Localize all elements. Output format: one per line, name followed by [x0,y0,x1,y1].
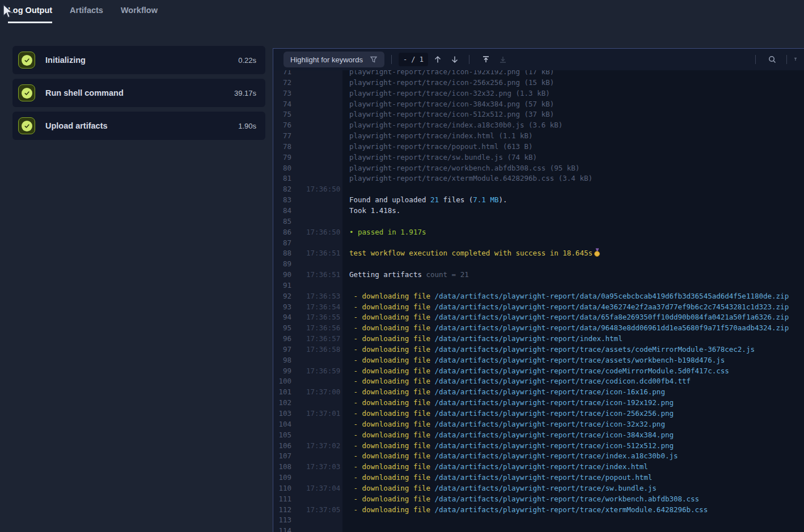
log-text-segment: count = 21 [426,270,468,279]
log-line-number[interactable]: 90 [273,270,295,280]
step-duration: 39.17s [234,89,256,97]
log-line-number[interactable]: 83 [273,195,295,206]
log-timestamp: 17:36:55 [295,312,342,323]
tab-log-output[interactable]: Log Output [8,0,52,23]
log-line-number[interactable]: 82 [273,184,295,195]
log-text-segment: - downloading file [349,495,430,503]
log-timestamp: 17:37:05 [295,505,342,516]
log-line-number[interactable]: 74 [273,99,295,110]
log-text-segment: - downloading file [349,431,430,439]
log-line-number[interactable]: 106 [273,441,295,452]
scroll-to-bottom-button[interactable] [496,52,510,67]
log-line-number[interactable]: 95 [273,323,295,334]
log-text-segment: /data/artifacts/playwright-report/trace/… [430,431,674,439]
log-text-segment: /data/artifacts/playwright-report/data/9… [430,324,789,332]
log-line-number[interactable]: 76 [273,120,295,131]
log-message: - downloading file /data/artifacts/playw… [342,355,804,366]
log-line-number[interactable]: 87 [273,238,295,249]
log-line-number[interactable]: 71 [273,70,295,78]
log-line-number[interactable]: 110 [273,483,295,494]
log-line-number[interactable]: 77 [273,131,295,142]
step-card-run-shell-command[interactable]: Run shell command39.17s [12,79,265,107]
log-timestamp: 17:36:54 [295,302,342,313]
log-message: - downloading file /data/artifacts/playw… [342,376,804,387]
log-line-number[interactable]: 96 [273,334,295,344]
tab-workflow[interactable]: Workflow [121,0,158,23]
toolbar-divider [391,55,392,64]
log-line-number[interactable]: 86 [273,227,295,238]
step-success-badge [18,52,35,69]
log-message [342,280,804,291]
log-line-number[interactable]: 113 [273,515,295,526]
log-timestamp [295,494,342,505]
log-line-number[interactable]: 105 [273,430,295,441]
log-timestamp [295,142,342,152]
step-card-initializing[interactable]: Initializing0.22s [12,46,265,74]
text-filter-icon[interactable] [794,55,798,64]
log-row: 10617:37:02 - downloading file /data/art… [273,441,804,452]
log-line-number[interactable]: 108 [273,462,295,473]
log-line-number[interactable]: 114 [273,526,295,532]
log-line-number[interactable]: 75 [273,109,295,120]
log-line-number[interactable]: 104 [273,419,295,430]
log-row: 81playwright-report/trace/xtermModule.64… [273,173,804,184]
log-line-number[interactable]: 111 [273,494,295,505]
log-timestamp [295,376,342,387]
scroll-to-top-button[interactable] [479,52,493,67]
log-text-segment: ). [498,195,507,204]
log-line-number[interactable]: 88 [273,248,295,259]
log-line-number[interactable]: 79 [273,152,295,163]
log-line-number[interactable]: 72 [273,78,295,88]
log-message: - downloading file /data/artifacts/playw… [342,312,804,323]
log-text-segment: - downloading file [349,441,430,450]
log-text-segment: playwright-report/trace/index.a18c30b0.j… [349,121,562,129]
log-row: 72playwright-report/trace/icon-256x256.p… [273,78,804,88]
log-message: - downloading file /data/artifacts/playw… [342,483,804,494]
log-message: playwright-report/trace/sw.bundle.js (74… [342,152,804,163]
check-icon [22,88,32,99]
log-line-number[interactable]: 94 [273,312,295,323]
log-message [342,526,804,532]
log-line-number[interactable]: 89 [273,259,295,270]
step-list: Initializing0.22sRun shell command39.17s… [12,46,265,140]
log-timestamp: 17:36:58 [295,344,342,355]
log-line-number[interactable]: 81 [273,173,295,184]
next-match-button[interactable] [447,52,462,67]
log-line-number[interactable]: 112 [273,505,295,516]
tab-artifacts[interactable]: Artifacts [70,0,103,23]
log-timestamp [295,173,342,184]
log-timestamp [295,120,342,131]
log-text-segment: - downloading file [349,377,430,385]
step-card-upload-artifacts[interactable]: Upload artifacts1.90s [12,112,265,140]
log-line-number[interactable]: 109 [273,473,295,483]
log-text-segment: playwright-report/trace/workbench.abfdb3… [349,164,579,172]
log-line-number[interactable]: 91 [273,280,295,291]
log-line-number[interactable]: 101 [273,387,295,398]
log-line-number[interactable]: 100 [273,376,295,387]
log-line-number[interactable]: 84 [273,206,295,216]
log-line-number[interactable]: 78 [273,142,295,152]
previous-match-button[interactable] [430,52,445,67]
log-line-number[interactable]: 73 [273,88,295,99]
log-line-number[interactable]: 97 [273,344,295,355]
log-text-segment: playwright-report/trace/icon-512x512.png… [349,110,554,118]
log-line-number[interactable]: 103 [273,408,295,419]
log-row: 10117:37:00 - downloading file /data/art… [273,387,804,398]
log-timestamp [295,473,342,483]
log-line-number[interactable]: 102 [273,398,295,408]
highlight-keywords-dropdown[interactable]: Highlight for keywords [283,52,384,67]
log-line-number[interactable]: 92 [273,291,295,302]
log-line-number[interactable]: 85 [273,216,295,227]
log-message: playwright-report/trace/index.a18c30b0.j… [342,120,804,131]
log-line-number[interactable]: 98 [273,355,295,366]
log-line-number[interactable]: 107 [273,451,295,462]
log-line-number[interactable]: 80 [273,163,295,174]
log-text-segment: /data/artifacts/playwright-report/data/4… [430,303,789,311]
log-line-number[interactable]: 93 [273,302,295,313]
log-body: 71playwright-report/trace/icon-192x192.p… [273,70,804,532]
log-line-number[interactable]: 99 [273,366,295,377]
log-text-segment: playwright-report/trace/index.html (1.1 … [349,131,533,140]
search-button[interactable] [765,52,780,67]
log-row: 11017:37:04 - downloading file /data/art… [273,483,804,494]
log-row: 102 - downloading file /data/artifacts/p… [273,398,804,408]
